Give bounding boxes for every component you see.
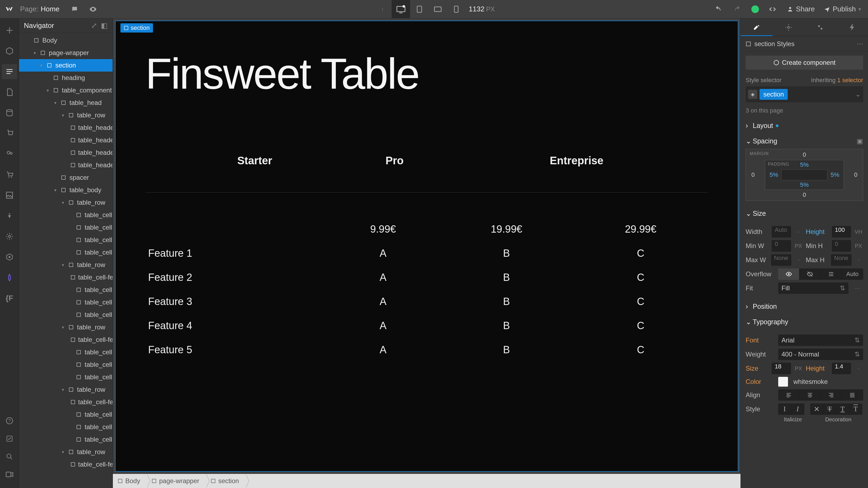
margin-left[interactable]: 0 [751,171,755,178]
table-cell[interactable]: B [440,290,573,314]
table-cell[interactable]: C [574,338,707,362]
padding-right[interactable]: 5% [831,171,839,178]
page-name[interactable]: Home [41,5,59,13]
tree-row-heading[interactable]: heading [19,72,113,84]
tree-row-table_row[interactable]: ▾table_row [19,196,113,209]
tree-row-table_cell-feat[interactable]: table_cell-feat [19,458,113,470]
add-element-icon[interactable] [2,23,17,38]
price-cell[interactable]: 19.99€ [440,218,573,241]
tree-row-section[interactable]: ▾section [19,59,113,72]
column-header[interactable]: Starter [166,149,343,180]
pin-icon[interactable]: ◧ [101,22,108,30]
search-icon[interactable] [2,449,17,464]
table-cell[interactable]: B [440,241,573,265]
page-heading[interactable]: Finsweet Table [145,51,708,97]
minw-input[interactable]: 0 [772,240,791,252]
breakpoint-tablet-land-icon[interactable] [429,0,447,19]
deco-none-icon[interactable]: ✕ [810,403,823,415]
undo-icon[interactable] [709,0,727,19]
tree-row-Body[interactable]: Body [19,34,113,46]
breakpoint-desktop-icon[interactable] [392,0,410,19]
tree-row-table_cell[interactable]: table_cell [19,358,113,371]
tree-row-table_row[interactable]: ▾table_row [19,383,113,396]
overflow-visible-icon[interactable] [778,268,799,280]
column-header[interactable] [146,149,165,180]
tree-row-table_cell[interactable]: table_cell [19,296,113,308]
assets-icon[interactable] [2,188,17,203]
table-cell[interactable]: A [327,290,439,314]
pages-icon[interactable] [2,85,17,100]
tree-row-table_cell[interactable]: table_cell [19,234,113,246]
deco-overline-icon[interactable]: T [849,403,862,415]
tree-row-table_cell[interactable]: table_cell [19,346,113,358]
redo-icon[interactable] [728,0,747,19]
margin-top[interactable]: 0 [803,151,806,158]
video-icon[interactable] [2,467,17,482]
tree-row-table_cell[interactable]: table_cell [19,284,113,296]
more-icon[interactable]: ⋯ [857,40,863,48]
table-cell[interactable]: Feature 5 [146,338,326,362]
selector-state-icon[interactable]: ◈ [748,90,757,99]
align-center-icon[interactable] [799,389,820,401]
table-cell[interactable]: A [327,266,439,289]
spacing-editor[interactable]: MARGIN 0 0 0 0 PADDING 5% 5% 5% 5% [741,149,868,206]
tree-row-table_cell-feat[interactable]: table_cell-feat [19,333,113,346]
size-section-header[interactable]: ⌄Size [741,206,868,221]
breakpoint-tablet-icon[interactable] [410,0,429,19]
tree-row-table_body[interactable]: ▾table_body [19,184,113,196]
overflow-hidden-icon[interactable] [799,268,820,280]
comments-icon[interactable] [65,0,84,19]
padding-bottom[interactable]: 5% [800,182,809,188]
typography-section-header[interactable]: ⌄Typography [741,314,868,330]
font-select[interactable]: Arial⇅ [778,334,863,346]
align-left-icon[interactable] [778,389,799,401]
publish-button[interactable]: Publish▾ [820,5,865,13]
price-cell[interactable]: 9.99€ [327,218,439,241]
selection-tag[interactable]: section [120,23,153,33]
table-cell[interactable]: C [574,241,707,265]
tree-row-table_header[interactable]: table_header [19,147,113,159]
align-justify-icon[interactable] [842,389,863,401]
audit-icon[interactable] [2,431,17,446]
crumb-Body[interactable]: Body [113,474,147,488]
inheriting-count[interactable]: 1 selector [837,77,863,84]
table-cell[interactable]: B [440,314,573,337]
help-icon[interactable]: ? [2,413,17,428]
tree-row-table_header[interactable]: table_header [19,134,113,147]
components-icon[interactable] [2,43,17,59]
tab-effects-icon[interactable] [836,19,868,36]
font-size-input[interactable]: 18 [772,363,791,374]
table-cell[interactable]: Feature 1 [146,241,326,265]
crumb-section[interactable]: section [206,474,246,488]
fit-more-icon[interactable]: ⋯ [851,285,863,291]
table-cell[interactable]: C [574,290,707,314]
tree-row-table_cell-feat[interactable]: table_cell-feat [19,396,113,408]
tab-interactions-icon[interactable] [805,19,836,36]
canvas[interactable]: section Finsweet Table StarterProEntrepr… [115,21,738,472]
price-cell[interactable]: 29.99€ [574,218,707,241]
padding-left[interactable]: 5% [770,171,778,178]
table-cell[interactable]: A [327,241,439,265]
ecommerce-icon[interactable] [2,126,17,141]
table-cell[interactable]: B [440,266,573,289]
height-input[interactable]: 100 [832,226,851,237]
breakpoint-mobile-icon[interactable] [447,0,465,19]
webflow-logo-icon[interactable] [3,3,15,15]
tree-row-table_head[interactable]: ▾table_head [19,97,113,109]
table-cell[interactable]: C [574,266,707,289]
tree-row-page-wrapper[interactable]: ▾page-wrapper [19,46,113,59]
layout-section-header[interactable]: ›Layout [741,118,868,133]
tree-row-table_cell[interactable]: table_cell [19,209,113,221]
chevron-down-icon[interactable]: ⌄ [855,91,861,98]
finsweet-icon[interactable] [2,270,17,285]
overflow-auto[interactable]: Auto [842,268,863,280]
price-cell[interactable] [146,218,326,241]
align-right-icon[interactable] [821,389,842,401]
table-cell[interactable]: B [440,338,573,362]
table-cell[interactable]: C [574,314,707,337]
table-cell[interactable]: A [327,338,439,362]
tab-settings-icon[interactable] [773,19,804,36]
code-icon[interactable] [763,0,782,19]
crumb-page-wrapper[interactable]: page-wrapper [147,474,206,488]
section-styles-row[interactable]: section Styles ⋯ [741,36,868,52]
